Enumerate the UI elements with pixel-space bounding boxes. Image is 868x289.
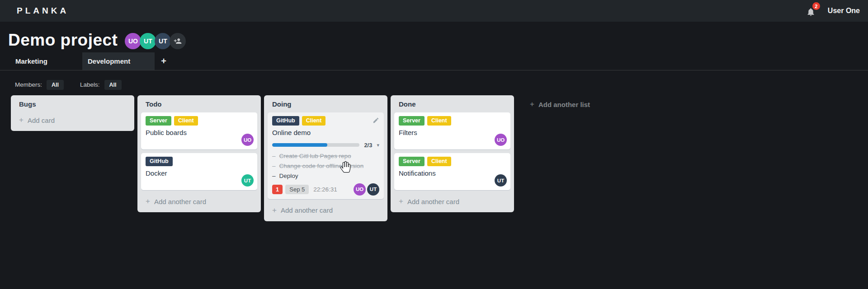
labels-filter-value[interactable]: All xyxy=(104,80,122,90)
add-card-label: Add another card xyxy=(281,206,333,214)
filter-bar: Members: All Labels: All xyxy=(15,79,868,90)
task-item: – Create GitHub Pages repo xyxy=(272,152,379,160)
project-title[interactable]: Demo project xyxy=(8,31,118,50)
add-card-button[interactable]: + Add another card xyxy=(268,203,384,218)
board-tabs: Marketing Development + xyxy=(0,52,868,70)
card-docker[interactable]: GitHub Docker UT xyxy=(141,153,257,190)
list-bugs: Bugs + Add card xyxy=(11,95,134,131)
labels-filter-label: Labels: xyxy=(80,81,100,88)
add-list-button[interactable]: + Add another list xyxy=(524,95,596,113)
plus-icon: + xyxy=(399,197,403,206)
plus-icon: + xyxy=(146,197,150,206)
task-item: – Change code for offline version xyxy=(272,162,379,170)
card-label: Client xyxy=(174,116,198,126)
card-label: GitHub xyxy=(272,116,299,126)
notifications-count-badge: 2 xyxy=(812,2,820,10)
member-avatar[interactable]: UT xyxy=(155,33,171,49)
card-label: Server xyxy=(399,157,425,166)
card-title: Docker xyxy=(146,169,253,177)
member-avatar[interactable]: UO xyxy=(125,33,141,49)
edit-card-button[interactable] xyxy=(373,117,379,126)
card-label: Client xyxy=(302,116,326,126)
project-header: Demo project UO UT UT xyxy=(0,22,868,51)
tab-marketing[interactable]: Marketing xyxy=(10,52,82,70)
task-item: – Deploy xyxy=(272,172,379,180)
chevron-down-icon[interactable]: ▾ xyxy=(377,142,379,148)
card-member-avatar: UO xyxy=(495,134,507,146)
card-title: Notifications xyxy=(399,169,506,177)
list-title[interactable]: Bugs xyxy=(14,99,131,112)
pencil-icon xyxy=(373,117,379,124)
user-menu[interactable]: User One xyxy=(828,7,860,15)
card-member-avatar: UT xyxy=(495,174,507,186)
card-label: Server xyxy=(399,116,425,126)
list-title[interactable]: Done xyxy=(394,99,510,112)
tasks-progress-bar xyxy=(272,143,359,147)
task-bullet: – xyxy=(272,172,276,180)
due-date-badge[interactable]: Sep 5 xyxy=(285,185,309,194)
add-board-button[interactable]: + xyxy=(155,52,173,70)
board: Bugs + Add card Todo Server Client Publi… xyxy=(11,95,868,221)
list-done: Done Server Client Filters UO Server Cli… xyxy=(391,95,514,212)
add-member-button[interactable] xyxy=(170,33,186,49)
tasks-progress-count: 2/3 xyxy=(364,142,372,149)
plus-icon: + xyxy=(161,56,166,66)
card-timer[interactable]: 22:26:31 xyxy=(313,186,337,193)
card-online-demo[interactable]: GitHub Client Online demo 2/3 ▾ – Create… xyxy=(268,112,384,199)
card-member-avatar: UT xyxy=(241,174,254,186)
card-public-boards[interactable]: Server Client Public boards UO xyxy=(141,112,257,149)
card-label: Client xyxy=(427,157,451,166)
members-filter-value[interactable]: All xyxy=(47,80,64,90)
list-title[interactable]: Doing xyxy=(268,99,384,112)
card-notifications[interactable]: Server Client Notifications UT xyxy=(394,153,510,190)
notifications-button[interactable]: 2 xyxy=(806,5,816,16)
add-card-label: Add another card xyxy=(407,198,459,205)
list-todo: Todo Server Client Public boards UO GitH… xyxy=(137,95,261,212)
card-label: GitHub xyxy=(146,157,173,166)
task-bullet: – xyxy=(272,162,276,170)
card-member-avatar: UT xyxy=(367,183,379,196)
card-label: Client xyxy=(427,116,451,126)
add-card-button[interactable]: + Add card xyxy=(14,112,131,127)
plus-icon: + xyxy=(19,116,24,125)
plus-icon: + xyxy=(272,206,277,215)
tasks-progress-fill xyxy=(272,143,327,147)
list-title[interactable]: Todo xyxy=(141,99,257,112)
project-members: UO UT UT xyxy=(125,33,186,49)
members-filter-label: Members: xyxy=(15,81,42,88)
add-card-button[interactable]: + Add another card xyxy=(394,194,510,209)
card-label: Server xyxy=(146,116,171,126)
add-card-label: Add card xyxy=(28,117,55,124)
top-bar: PLANKA 2 User One xyxy=(0,0,868,22)
add-list-label: Add another list xyxy=(538,101,590,108)
member-avatar[interactable]: UT xyxy=(140,33,156,49)
card-title: Filters xyxy=(399,129,506,136)
card-title: Public boards xyxy=(146,129,253,136)
card-notification-badge: 1 xyxy=(272,185,283,194)
add-card-label: Add another card xyxy=(154,198,206,205)
card-member-avatar: UO xyxy=(354,183,366,196)
plus-icon: + xyxy=(530,100,534,109)
planka-logo[interactable]: PLANKA xyxy=(17,6,69,16)
add-card-button[interactable]: + Add another card xyxy=(141,194,257,209)
tab-development[interactable]: Development xyxy=(82,52,155,70)
card-title: Online demo xyxy=(272,129,379,136)
card-member-avatar: UO xyxy=(241,134,254,146)
list-doing: Doing GitHub Client Online demo 2/3 ▾ – … xyxy=(264,95,387,221)
task-bullet: – xyxy=(272,152,276,160)
person-add-icon xyxy=(174,37,182,45)
card-filters[interactable]: Server Client Filters UO xyxy=(394,112,510,149)
